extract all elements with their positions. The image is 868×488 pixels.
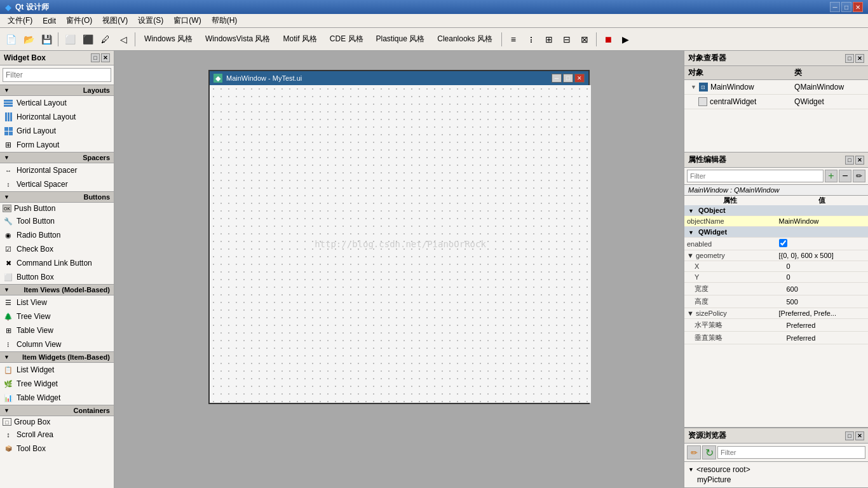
tb-style-cde[interactable]: CDE 风格 (324, 31, 369, 48)
designer-window-minimize[interactable]: ─ (552, 74, 562, 83)
tb-stop[interactable]: ⏹ (600, 31, 616, 48)
prop-row-vpolicy[interactable]: 垂直策略 Preferred (684, 332, 868, 344)
menu-help[interactable]: 帮助(H) (207, 14, 243, 27)
res-edit-btn[interactable]: ✏ (687, 445, 701, 459)
widget-tool-button[interactable]: 🔧 Tool Button (0, 214, 114, 228)
widget-tool-box[interactable]: 📦 Tool Box (0, 442, 114, 456)
menu-window[interactable]: 窗口(W) (168, 14, 206, 27)
widget-radio-button[interactable]: ◉ Radio Button (0, 228, 114, 242)
widget-form-layout[interactable]: ⊞ Form Layout (0, 138, 114, 152)
section-containers[interactable]: Containers (0, 405, 114, 416)
property-editor-close[interactable]: ✕ (855, 156, 864, 165)
widget-push-button[interactable]: OK Push Button (0, 203, 114, 214)
prop-row-objectname[interactable]: objectName MainWindow (684, 216, 868, 227)
prop-section-qwidget[interactable]: ▼ QWidget (684, 227, 868, 238)
section-layouts[interactable]: Layouts (0, 85, 114, 96)
res-refresh-btn[interactable]: ↻ (702, 445, 716, 459)
prop-remove-btn[interactable]: − (839, 170, 851, 182)
prop-row-x[interactable]: X 0 (684, 261, 868, 272)
sizepolicy-expand[interactable]: ▼ (687, 309, 694, 317)
widget-column-view[interactable]: ⫶ Column View (0, 337, 114, 351)
widget-scroll-area[interactable]: ↕ Scroll Area (0, 428, 114, 442)
prop-row-hpolicy[interactable]: 水平策略 Preferred (684, 319, 868, 332)
widget-box-pin[interactable]: □ (91, 53, 100, 62)
tb-play[interactable]: ▶ (618, 31, 634, 48)
prop-row-sizepolicy[interactable]: ▼ sizePolicy [Preferred, Prefe... (684, 308, 868, 319)
tb-style-plastique[interactable]: Plastique 风格 (370, 31, 431, 48)
widget-tree-view[interactable]: 🌲 Tree View (0, 309, 114, 323)
prop-row-geometry[interactable]: ▼ geometry [{0, 0}, 600 x 500] (684, 250, 868, 261)
tb-copy[interactable]: ⬛ (79, 31, 96, 48)
table-row[interactable]: ▼ ⊡ MainWindow QMainWindow (684, 80, 868, 95)
prop-add-btn[interactable]: + (825, 170, 837, 182)
section-spacers[interactable]: Spacers (0, 152, 114, 163)
widget-horizontal-layout[interactable]: Horizontal Layout (0, 110, 114, 124)
qwidget-expand[interactable]: ▼ (688, 229, 694, 236)
section-item-views[interactable]: Item Views (Model-Based) (0, 284, 114, 295)
prop-row-y[interactable]: Y 0 (684, 272, 868, 283)
tb-grid-h[interactable]: ⊞ (541, 31, 557, 48)
res-mypicture-item[interactable]: myPicture (687, 475, 865, 485)
widget-box-close[interactable]: ✕ (101, 53, 110, 62)
prop-row-enabled[interactable]: enabled (684, 238, 868, 250)
geometry-expand[interactable]: ▼ (687, 252, 694, 259)
widget-vertical-layout[interactable]: Vertical Layout (0, 96, 114, 110)
designer-canvas[interactable]: http://blog.csdn.net/PianoOrRock (210, 85, 591, 403)
menu-component[interactable]: 窗件(O) (61, 14, 97, 27)
res-root-item[interactable]: ▼ <resource root> (687, 464, 865, 475)
resource-browser-close[interactable]: ✕ (855, 431, 864, 440)
widget-check-box[interactable]: ☑ Check Box (0, 242, 114, 256)
widget-table-widget[interactable]: 📊 Table Widget (0, 391, 114, 405)
tb-undo[interactable]: ◁ (115, 31, 132, 48)
tb-style-cleanlooks[interactable]: Cleanlooks 风格 (431, 31, 498, 48)
minimize-button[interactable]: ─ (830, 2, 840, 12)
designer-window-close[interactable]: ✕ (574, 74, 585, 83)
object-inspector-pin[interactable]: □ (845, 54, 854, 63)
menu-settings[interactable]: 设置(S) (133, 14, 168, 27)
widget-horizontal-spacer[interactable]: ↔ Horizontal Spacer (0, 163, 114, 177)
widget-table-view[interactable]: ⊞ Table View (0, 323, 114, 337)
restore-button[interactable]: □ (841, 2, 851, 12)
tb-save[interactable]: 💾 (38, 31, 55, 48)
obj-mainwindow-expand[interactable]: ▼ (691, 84, 696, 90)
tb-style-motif[interactable]: Motif 风格 (278, 31, 323, 48)
widget-list-view[interactable]: ☰ List View (0, 295, 114, 309)
designer-window-restore[interactable]: □ (563, 74, 573, 83)
object-inspector-close[interactable]: ✕ (855, 54, 864, 63)
prop-enabled-checkbox[interactable] (779, 239, 787, 247)
tb-cut[interactable]: ⬜ (62, 31, 78, 48)
prop-row-width[interactable]: 宽度 600 (684, 283, 868, 295)
widget-grid-layout[interactable]: Grid Layout (0, 124, 114, 138)
widget-box-filter[interactable] (3, 68, 111, 82)
tb-grid-v[interactable]: ⊟ (559, 31, 575, 48)
section-item-widgets[interactable]: Item Widgets (Item-Based) (0, 351, 114, 363)
widget-vertical-spacer[interactable]: ↕ Vertical Spacer (0, 177, 114, 191)
resource-browser-pin[interactable]: □ (845, 431, 854, 440)
prop-edit-btn[interactable]: ✏ (853, 170, 865, 182)
res-root-expand[interactable]: ▼ (688, 466, 694, 473)
menu-edit[interactable]: Edit (37, 15, 61, 27)
tb-layout-break[interactable]: ⊠ (576, 31, 593, 48)
widget-list-widget[interactable]: 📋 List Widget (0, 363, 114, 377)
menu-view[interactable]: 视图(V) (97, 14, 133, 27)
widget-button-box[interactable]: ⬜ Button Box (0, 270, 114, 284)
tb-align-col[interactable]: ⫶ (523, 31, 539, 48)
tb-new[interactable]: 📄 (3, 31, 19, 48)
tb-style-winvista[interactable]: WindowsVista 风格 (200, 31, 276, 48)
tb-paste[interactable]: 🖊 (97, 31, 114, 48)
tb-align-row[interactable]: ≡ (505, 31, 522, 48)
widget-command-link[interactable]: ✖ Command Link Button (0, 256, 114, 270)
prop-row-height[interactable]: 高度 500 (684, 295, 868, 308)
section-buttons[interactable]: Buttons (0, 191, 114, 203)
prop-section-qobject[interactable]: ▼ QObject (684, 205, 868, 216)
tb-open[interactable]: 📂 (20, 31, 37, 48)
menu-file[interactable]: 文件(F) (3, 14, 37, 27)
widget-group-box[interactable]: □ Group Box (0, 416, 114, 428)
close-button[interactable]: ✕ (853, 2, 863, 12)
tb-style-windows[interactable]: Windows 风格 (139, 31, 198, 48)
prop-filter-input[interactable] (687, 170, 824, 182)
qobject-expand[interactable]: ▼ (688, 208, 694, 214)
res-filter-input[interactable] (717, 446, 865, 459)
widget-tree-widget[interactable]: 🌿 Tree Widget (0, 377, 114, 391)
canvas-area[interactable]: ◆ MainWindow - MyTest.ui ─ □ ✕ http://bl… (114, 51, 684, 488)
